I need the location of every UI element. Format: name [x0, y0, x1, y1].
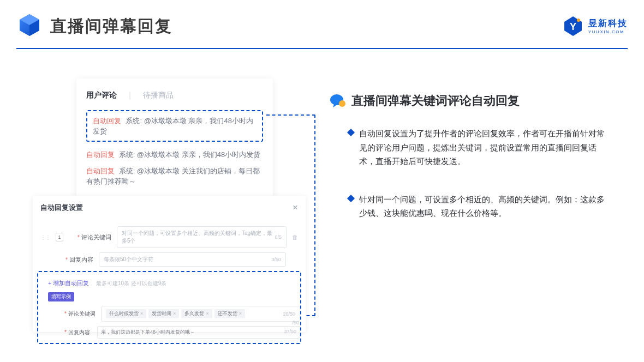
bullet-icon	[347, 194, 355, 202]
auto-reply-settings-panel: 自动回复设置 × ⋮⋮ 1 *评论关键词 对同一个问题，可设置多个相近、高频的关…	[33, 196, 306, 332]
highlighted-reply: 自动回复 系统: @冰墩墩本墩 亲亲，我们48小时内发货	[86, 110, 263, 142]
keyword-tag[interactable]: 多久发货×	[181, 309, 212, 318]
ex-keyword-input[interactable]: 什么时候发货× 发货时间× 多久发货× 还不发货× 20/50	[101, 306, 300, 322]
tab-pending-products[interactable]: 待播商品	[143, 90, 174, 100]
svg-text:Y: Y	[570, 21, 576, 32]
keyword-tag[interactable]: 还不发货×	[214, 309, 245, 318]
settings-title: 自动回复设置	[40, 203, 83, 213]
drag-handle-icon[interactable]: ⋮⋮	[40, 234, 50, 240]
reply-label: *回复内容	[65, 256, 93, 264]
logo-badge-icon: Y	[562, 15, 584, 37]
divider	[16, 48, 628, 49]
example-section: + 增加自动回复 最多可建10条 还可以创建9条 填写示例 *评论关键词 什么时…	[37, 271, 301, 344]
logo-text-cn: 昱新科技	[588, 18, 628, 29]
svg-point-1	[577, 19, 580, 22]
brand-logo: Y 昱新科技 YUUXIN.COM	[562, 15, 628, 37]
ex-reply-input[interactable]: 亲，我们这边都是下单48小时内发货的哦～ 37/50	[97, 326, 300, 339]
index-box: 1	[56, 233, 63, 242]
logo-text-en: YUUXIN.COM	[588, 29, 628, 34]
page-title: 直播间弹幕回复	[50, 15, 172, 38]
ex-keyword-label: *评论关键词	[64, 310, 96, 318]
keyword-tag[interactable]: 发货时间×	[148, 309, 179, 318]
add-auto-reply-link[interactable]: + 增加自动回复	[48, 280, 89, 286]
reply-line: 自动回复 系统: @冰墩墩本墩 亲亲，我们48小时内发货	[86, 149, 263, 160]
close-icon[interactable]: ×	[293, 202, 298, 213]
hint-text: 最多可建10条 还可以创建9条	[96, 280, 166, 286]
auto-reply-label: 自动回复	[93, 117, 121, 125]
overflow-counter: /50	[292, 320, 299, 325]
keyword-input[interactable]: 对同一个问题，可设置多个相近、高频的关键词，Tag确定，最多5个 0/5	[117, 226, 287, 248]
ex-reply-label: *回复内容	[64, 329, 92, 336]
reply-content-input[interactable]: 每条限50个中文字符 0/50	[99, 252, 286, 267]
tab-divider: |	[129, 90, 131, 100]
reply-line: 自动回复 系统: @冰墩墩本墩 关注我们的店铺，每日都有热门推荐呦～	[86, 166, 263, 187]
tab-user-comments[interactable]: 用户评论	[86, 90, 117, 100]
bullet-text: 自动回复设置为了提升作者的评论回复效率，作者可在开播前针对常见的评论用户问题，提…	[359, 126, 610, 168]
cube-icon	[16, 12, 43, 40]
speech-bubble-icon	[330, 94, 346, 108]
svg-point-3	[339, 100, 345, 107]
section-subtitle: 直播间弹幕关键词评论自动回复	[351, 93, 520, 109]
keyword-tag[interactable]: 什么时候发货×	[106, 309, 146, 318]
delete-icon[interactable]: 🗑	[292, 234, 298, 240]
bullet-icon	[347, 129, 355, 136]
keyword-label: *评论关键词	[77, 233, 111, 242]
bullet-text: 针对同一个问题，可设置多个相近的、高频的关键词。例如：这款多少钱、这块能优惠吗、…	[359, 192, 610, 220]
comments-panel: 用户评论 | 待播商品 自动回复 系统: @冰墩墩本墩 亲亲，我们48小时内发货…	[76, 79, 273, 204]
example-badge: 填写示例	[48, 292, 74, 301]
